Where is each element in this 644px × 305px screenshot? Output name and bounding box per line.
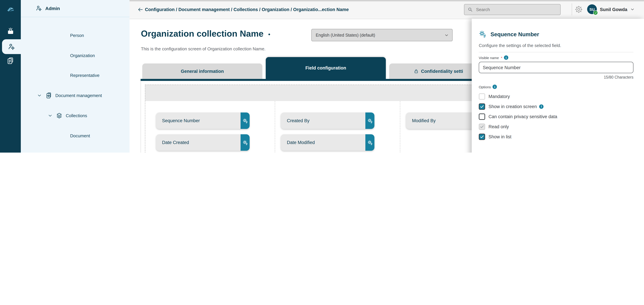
language-select[interactable]: English (United States) (default) (311, 29, 452, 41)
language-select-value: English (United States) (default) (316, 33, 375, 38)
checkbox-label: Read only (488, 124, 509, 129)
system-fields-body: Sequence Number Created By Modified By (145, 101, 474, 153)
lock-icon (414, 69, 419, 74)
chevron-down-icon (630, 7, 635, 12)
tab-general-information[interactable]: General information (142, 64, 262, 79)
search-input[interactable] (476, 7, 550, 13)
sidebar-item-collections[interactable]: Collections (21, 109, 130, 122)
back-arrow-icon[interactable] (138, 7, 143, 13)
panel-gear-icon (479, 30, 486, 38)
admin-person-gear-icon (36, 5, 42, 12)
icon-rail: » (0, 0, 21, 153)
chevron-down-icon (444, 33, 449, 38)
checkbox-privacy-sensitive-data[interactable]: Can contain privacy sensitive data (479, 113, 557, 120)
person-gear-icon (8, 43, 15, 51)
field-card-date-created[interactable]: Date Created (156, 134, 250, 151)
page-title: Organization collection Name (141, 29, 270, 39)
user-menu[interactable]: Sunil Gowda (600, 0, 635, 19)
sidebar-item-label: Document management (55, 93, 102, 98)
info-icon[interactable]: i (539, 104, 544, 109)
checkbox-label: Show in list (488, 134, 512, 139)
sidebar-item-label: Representative (21, 73, 100, 78)
field-card-label: Date Modified (281, 140, 365, 145)
breadcrumb-text: Configuration / Document management / Co… (145, 7, 349, 12)
panel-divider (479, 52, 634, 52)
topbar-divider (572, 3, 572, 16)
checkbox-read-only: Read only (479, 123, 509, 130)
sidebar-item-representative[interactable]: Representative (21, 69, 130, 82)
avatar-initials: SU (590, 7, 595, 11)
checkbox-box[interactable] (479, 113, 485, 120)
checkbox-box[interactable] (479, 133, 485, 140)
tab-field-configuration[interactable]: Field configuration (266, 57, 386, 79)
checkbox-label: Show in creation screen (488, 104, 537, 109)
field-settings-gear-icon[interactable] (365, 134, 374, 151)
sidebar-item-document[interactable]: Document (21, 129, 130, 142)
documents-icon[interactable] (0, 53, 21, 68)
sidebar-header-admin[interactable]: Admin (21, 0, 130, 17)
gear-icon[interactable] (575, 5, 583, 14)
field-card-created-by[interactable]: Created By (281, 112, 374, 129)
label-text: Options (479, 85, 491, 89)
list-order-icon (479, 152, 485, 153)
options-label: Options i (479, 85, 497, 89)
search-box[interactable] (464, 4, 561, 15)
app-root: » Admin Person Organization Representati… (0, 0, 644, 153)
sidebar-nav: Admin Person Organization Representative… (21, 0, 130, 153)
checkbox-box[interactable] (479, 93, 485, 100)
sidebar-item-person[interactable]: Person (21, 29, 130, 42)
sidebar-item-label: Person (21, 33, 84, 38)
sidebar-item-label: Organization (21, 53, 95, 58)
field-settings-gear-icon[interactable] (365, 112, 374, 129)
field-card-sequence-number[interactable]: Sequence Number (156, 112, 250, 129)
title-edit-dot[interactable] (268, 34, 270, 35)
chevron-down-icon[interactable] (37, 93, 42, 98)
tab-label: General information (181, 69, 224, 74)
checkbox-show-in-list[interactable]: Show in list (479, 133, 512, 140)
admin-label: Admin (45, 6, 60, 11)
tab-label: Field configuration (306, 66, 346, 71)
field-card-modified-by[interactable]: Modified By (406, 112, 479, 129)
checkbox-show-in-creation-screen[interactable]: Show in creation screen i (479, 103, 544, 110)
active-tab-bar (140, 79, 479, 81)
app-logo-icon[interactable] (0, 3, 21, 18)
info-icon[interactable]: i (492, 85, 497, 89)
chevron-down-icon[interactable] (48, 113, 53, 118)
sidebar-item-organization[interactable]: Organization (21, 49, 130, 62)
sidebar-item-label: Collections (66, 113, 87, 118)
field-configuration-sheet: Sequence Number Created By Modified By (140, 81, 479, 153)
field-card-date-modified[interactable]: Date Modified (281, 134, 374, 151)
checkbox-mandatory[interactable]: Mandatory (479, 93, 510, 100)
checkbox-box (479, 123, 485, 130)
field-settings-gear-icon[interactable] (240, 112, 250, 129)
field-settings-gear-icon[interactable] (240, 134, 250, 151)
page-subtitle: This is the configuration screen of Orga… (141, 46, 266, 51)
avatar[interactable]: SU (587, 4, 597, 14)
admin-rail-item-active[interactable] (2, 39, 21, 54)
required-asterisk: * (501, 56, 502, 60)
checkbox-label: Mandatory (488, 94, 510, 99)
visible-name-label: Visible name* i (479, 55, 508, 60)
sidebar-item-label: Document (21, 133, 90, 138)
visible-name-input[interactable] (479, 62, 634, 73)
page-title-text: Organization collection Name (141, 29, 264, 39)
window-top-strip (130, 0, 644, 1)
checkbox-label: Can contain privacy sensitive data (488, 114, 557, 119)
panel-description: Configure the settings of the selected f… (479, 43, 561, 48)
system-fields-section: Sequence Number Created By Modified By (145, 85, 475, 153)
info-icon[interactable]: i (504, 55, 508, 60)
column-separator (275, 101, 275, 153)
open-list-order-link[interactable]: Open list order (479, 152, 521, 153)
sidebar-item-document-management[interactable]: Document management (21, 89, 130, 102)
breadcrumb[interactable]: Configuration / Document management / Co… (145, 0, 349, 19)
user-name: Sunil Gowda (600, 7, 628, 12)
top-bar: Configuration / Document management / Co… (130, 0, 644, 19)
field-card-label: Date Created (156, 140, 240, 145)
field-card-label: Created By (281, 118, 365, 123)
field-card-label: Sequence Number (156, 118, 240, 123)
sidebar-item-dossier[interactable]: Dossier (21, 149, 130, 153)
checkbox-box[interactable] (479, 103, 485, 110)
briefcase-icon[interactable] (0, 24, 21, 39)
column-separator (400, 101, 400, 153)
field-settings-panel: Sequence Number Configure the settings o… (472, 19, 644, 153)
